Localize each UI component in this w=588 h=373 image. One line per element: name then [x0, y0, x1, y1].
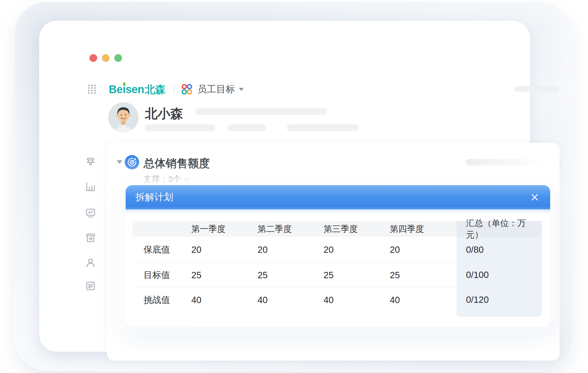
col-header-q2: 第二季度	[258, 221, 324, 237]
avatar[interactable]	[108, 102, 139, 133]
table-cell: 20	[258, 237, 324, 262]
monitor-trend-icon	[84, 207, 97, 219]
summary-cell: 0/120	[457, 287, 542, 312]
window-zoom-dot[interactable]	[114, 54, 122, 62]
sidebar-item-people[interactable]	[84, 257, 97, 269]
sidebar-item-stats[interactable]	[84, 181, 97, 193]
goal-title: 总体销售额度	[144, 156, 210, 171]
col-header-summary: 汇总（单位：万元）	[457, 221, 542, 237]
modal-title: 拆解计划	[136, 191, 173, 204]
window-close-dot[interactable]	[89, 54, 97, 62]
table-cell: 25	[258, 262, 324, 287]
table-cell: 20	[191, 237, 258, 262]
table-cell: 40	[324, 287, 390, 312]
close-icon[interactable]	[530, 192, 540, 202]
table-cell: 20	[324, 237, 390, 262]
app-name-caret-icon[interactable]	[239, 88, 244, 91]
row-label: 挑战值	[133, 287, 191, 312]
table-cell: 25	[324, 262, 390, 287]
app-name-label[interactable]: 员工目标	[197, 83, 235, 96]
app-header: Beisen北森 员工目标	[87, 82, 244, 96]
app-switcher-icon[interactable]	[181, 84, 192, 95]
table-cell: 25	[191, 262, 258, 287]
table-cell: 40	[191, 287, 258, 312]
col-header-empty	[133, 221, 191, 237]
person-icon	[84, 257, 97, 269]
pin-icon	[84, 157, 97, 169]
profile-placeholder-bar	[287, 124, 359, 131]
beisen-logo-latin: Beisen	[109, 83, 144, 95]
table-cell: 40	[258, 287, 324, 312]
col-header-q1: 第一季度	[191, 221, 258, 237]
sidebar-item-report[interactable]	[84, 280, 97, 292]
row-label: 目标值	[133, 262, 191, 287]
beisen-logo[interactable]: Beisen北森	[109, 82, 165, 97]
screenshot-stage: Beisen北森 员工目标	[0, 0, 588, 373]
col-header-q4: 第四季度	[390, 221, 457, 237]
name-placeholder-bar	[195, 108, 327, 115]
document-list-icon	[84, 280, 97, 292]
support-label: 支撑：	[143, 174, 168, 185]
employee-name: 北小森	[145, 105, 183, 122]
logo-green-dot	[123, 82, 126, 85]
profile-placeholder-bar	[228, 124, 266, 131]
table-cell: 25	[390, 262, 457, 287]
header-placeholder-bar	[515, 86, 559, 92]
summary-cell: 0/80	[457, 237, 542, 262]
breakdown-plan-modal: 拆解计划 第一季度 第二季度 第三季度 第四季度 汇总（单位：万元） 保底值 2…	[126, 185, 550, 326]
beisen-logo-cn: 北森	[145, 84, 165, 95]
col-header-q3: 第三季度	[324, 221, 390, 237]
modal-header: 拆解计划	[126, 185, 550, 209]
goal-support-row[interactable]: 支撑： 3个	[143, 174, 189, 185]
goal-placeholder-bar	[466, 159, 545, 166]
chevron-down-icon	[184, 177, 189, 181]
profile-placeholder-bar	[145, 124, 215, 131]
bar-chart-icon	[84, 181, 97, 193]
table-cell: 20	[390, 237, 457, 262]
support-value: 3个	[168, 174, 181, 185]
waffle-menu-icon[interactable]	[87, 84, 97, 94]
table-cell: 40	[390, 287, 457, 312]
goal-target-icon	[125, 155, 139, 170]
header-divider	[174, 85, 174, 93]
sidebar-item-dashboard[interactable]	[84, 207, 97, 219]
breakdown-table: 第一季度 第二季度 第三季度 第四季度 汇总（单位：万元） 保底值 20 20 …	[133, 221, 542, 312]
row-label: 保底值	[133, 237, 191, 262]
goal-collapse-caret-icon[interactable]	[117, 160, 122, 164]
window-minimize-dot[interactable]	[102, 54, 110, 62]
archive-out-icon	[84, 232, 97, 244]
sidebar-item-archive[interactable]	[84, 232, 97, 244]
sidebar-item-pin[interactable]	[84, 157, 97, 169]
summary-cell: 0/100	[457, 262, 542, 287]
